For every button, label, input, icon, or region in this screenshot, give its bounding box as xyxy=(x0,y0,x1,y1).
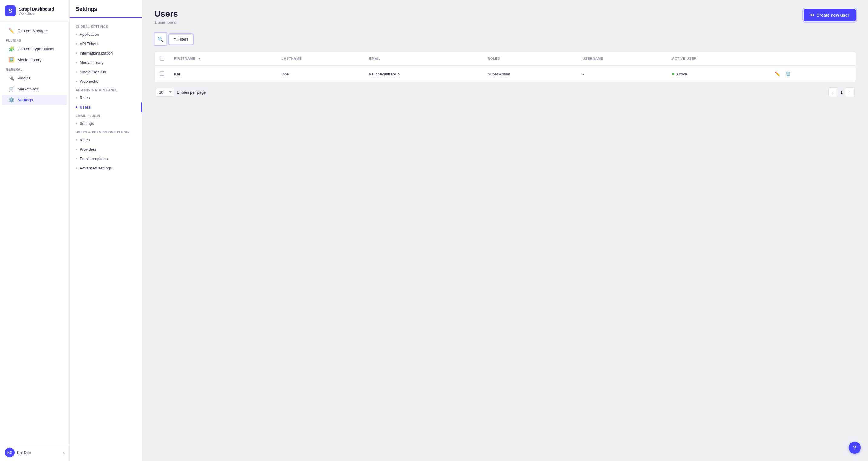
settings-item-label: Providers xyxy=(80,147,96,151)
settings-item-label: Webhooks xyxy=(80,79,98,84)
app-subtitle: Workplace xyxy=(19,11,54,15)
create-user-icon: ✉ xyxy=(810,13,814,18)
dot-icon xyxy=(76,34,77,35)
settings-item-media-library[interactable]: Media Library xyxy=(70,58,142,67)
table-header: FIRSTNAME ▼ LASTNAME EMAIL ROLES USERNAM… xyxy=(155,52,856,66)
settings-item-up-roles[interactable]: Roles xyxy=(70,135,142,145)
cell-username: - xyxy=(578,66,667,82)
sidebar-user[interactable]: KD Kai Doe xyxy=(5,448,31,457)
page-subtitle: 1 user found xyxy=(154,20,178,25)
section-administration-panel: ADMINISTRATION PANEL xyxy=(70,86,142,93)
user-name: Kai Doe xyxy=(17,451,31,455)
help-icon: ? xyxy=(853,444,857,451)
cell-email: kai.doe@strapi.io xyxy=(364,66,483,82)
page-navigation: ‹ 1 › xyxy=(828,87,855,97)
sidebar-item-settings[interactable]: ⚙️ Settings xyxy=(2,94,67,105)
prev-page-button[interactable]: ‹ xyxy=(828,87,838,97)
settings-item-roles[interactable]: Roles xyxy=(70,93,142,103)
settings-item-label: Application xyxy=(80,32,99,37)
sort-icon: ▼ xyxy=(198,57,201,60)
filter-icon: ≡ xyxy=(174,37,176,41)
avatar: KD xyxy=(5,448,14,457)
settings-item-users[interactable]: Users xyxy=(70,103,142,112)
sidebar-header: S Strapi Dashboard Workplace xyxy=(0,0,69,22)
sidebar-item-media-library[interactable]: 🖼️ Media Library xyxy=(2,55,67,65)
sidebar-item-label: Media Library xyxy=(18,58,41,62)
sidebar-item-plugins[interactable]: 🔌 Plugins xyxy=(2,73,67,83)
settings-item-label: Single Sign-On xyxy=(80,70,106,74)
col-firstname: FIRSTNAME ▼ xyxy=(169,52,277,66)
sidebar-footer: KD Kai Doe ‹ xyxy=(0,444,69,461)
settings-panel: Settings GLOBAL SETTINGS Application API… xyxy=(70,0,142,461)
settings-icon: ⚙️ xyxy=(8,97,14,103)
settings-item-application[interactable]: Application xyxy=(70,30,142,39)
settings-item-label: Users xyxy=(80,105,91,109)
app-title-group: Strapi Dashboard Workplace xyxy=(19,7,54,16)
entries-per-page-select[interactable]: 10 20 50 100 xyxy=(156,88,175,97)
cell-active-user: Active xyxy=(667,66,768,82)
entries-per-page-group: 10 20 50 100 Entries per page xyxy=(156,88,206,97)
settings-panel-title: Settings xyxy=(70,6,142,18)
settings-item-label: Advanced settings xyxy=(80,166,112,170)
dot-icon xyxy=(76,123,77,124)
settings-item-label: Roles xyxy=(80,95,90,100)
dot-icon xyxy=(76,148,77,150)
settings-item-advanced-settings[interactable]: Advanced settings xyxy=(70,163,142,173)
active-dot-icon xyxy=(672,73,675,75)
col-username: USERNAME xyxy=(578,52,667,66)
sidebar-item-label: Content Manager xyxy=(18,28,48,33)
settings-item-api-tokens[interactable]: API Tokens xyxy=(70,39,142,49)
settings-item-label: API Tokens xyxy=(80,41,100,46)
edit-user-button[interactable]: ✏️ xyxy=(773,70,782,78)
media-library-icon: 🖼️ xyxy=(8,57,14,63)
settings-item-single-sign-on[interactable]: Single Sign-On xyxy=(70,67,142,77)
row-select-checkbox[interactable] xyxy=(160,71,164,76)
sidebar-item-content-manager[interactable]: ✏️ Content Manager xyxy=(2,25,67,36)
create-new-user-button[interactable]: ✉ Create new user xyxy=(804,9,856,21)
cell-actions: ✏️ 🗑️ xyxy=(768,66,856,82)
col-lastname: LASTNAME xyxy=(277,52,365,66)
page-title: Users xyxy=(154,9,178,19)
sidebar-item-content-type-builder[interactable]: 🧩 Content-Type Builder xyxy=(2,44,67,54)
col-email: EMAIL xyxy=(364,52,483,66)
settings-item-label: Internationalization xyxy=(80,51,113,55)
next-page-button[interactable]: › xyxy=(845,87,855,97)
content-manager-icon: ✏️ xyxy=(8,28,14,34)
filter-button[interactable]: ≡ Filters xyxy=(169,34,193,44)
select-all-checkbox[interactable] xyxy=(160,56,164,61)
sidebar-nav: ✏️ Content Manager PLUGINS 🧩 Content-Typ… xyxy=(0,22,69,444)
dot-icon xyxy=(76,81,77,82)
settings-item-email-templates[interactable]: Email templates xyxy=(70,154,142,163)
settings-item-label: Settings xyxy=(80,121,94,126)
sidebar-section-plugins: PLUGINS xyxy=(0,36,69,44)
delete-user-button[interactable]: 🗑️ xyxy=(783,70,793,78)
help-button[interactable]: ? xyxy=(848,441,861,454)
create-btn-label: Create new user xyxy=(816,13,849,18)
dot-icon xyxy=(76,106,77,108)
collapse-sidebar-button[interactable]: ‹ xyxy=(63,450,64,455)
settings-item-label: Roles xyxy=(80,138,90,142)
cell-roles: Super Admin xyxy=(483,66,578,82)
settings-item-email-settings[interactable]: Settings xyxy=(70,119,142,128)
col-active-user: ACTIVE USER xyxy=(667,52,768,66)
sidebar-item-marketplace[interactable]: 🛒 Marketplace xyxy=(2,84,67,94)
active-status-label: Active xyxy=(676,72,687,76)
table-body: Kai Doe kai.doe@strapi.io Super Admin - … xyxy=(155,66,856,82)
col-roles: ROLES xyxy=(483,52,578,66)
settings-item-providers[interactable]: Providers xyxy=(70,145,142,154)
filter-label: Filters xyxy=(178,37,188,41)
active-badge: Active xyxy=(672,72,763,76)
content-type-builder-icon: 🧩 xyxy=(8,46,14,52)
dot-icon xyxy=(76,62,77,63)
row-checkbox-cell xyxy=(155,66,169,82)
settings-item-webhooks[interactable]: Webhooks xyxy=(70,77,142,86)
sidebar: S Strapi Dashboard Workplace ✏️ Content … xyxy=(0,0,70,461)
sidebar-section-general: GENERAL xyxy=(0,65,69,73)
dot-icon xyxy=(76,139,77,141)
page-title-group: Users 1 user found xyxy=(154,9,178,25)
col-actions xyxy=(768,52,856,66)
search-button[interactable]: 🔍 xyxy=(154,33,166,45)
settings-item-internationalization[interactable]: Internationalization xyxy=(70,49,142,58)
dot-icon xyxy=(76,97,77,98)
cell-firstname: Kai xyxy=(169,66,277,82)
